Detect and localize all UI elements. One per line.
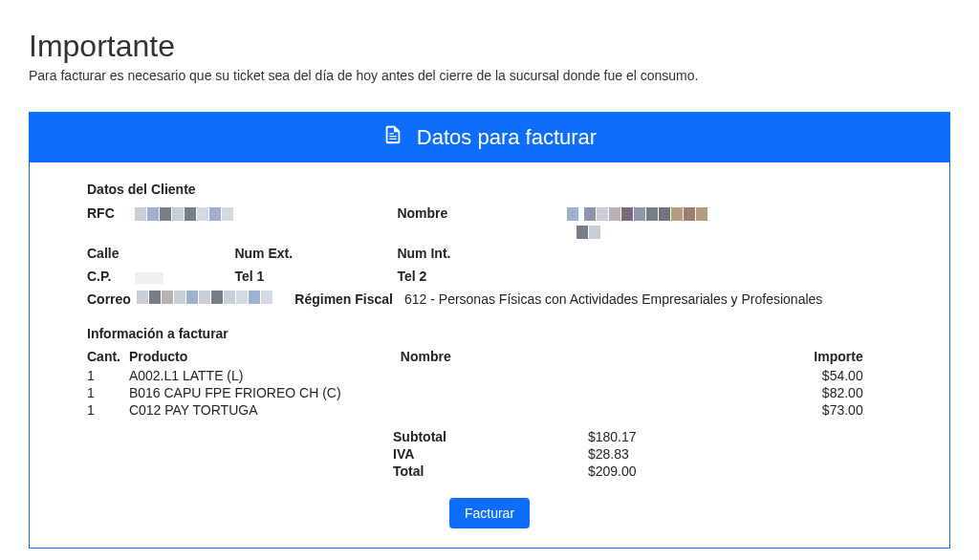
line-importe: $54.00 (596, 368, 863, 383)
line-producto: B016 CAPU FPE FRIOREO CH (C) (129, 385, 397, 400)
document-icon (382, 124, 403, 151)
line-cant: 1 (87, 402, 125, 418)
cp-label: C.P. (87, 269, 111, 284)
correo-label: Correo (87, 291, 131, 307)
page-subtitle: Para facturar es necesario que su ticket… (29, 68, 950, 83)
invoice-line: 1 B016 CAPU FPE FRIOREO CH (C) $82.00 (87, 385, 892, 400)
invoice-section: Información a facturar Cant. Producto No… (87, 326, 892, 528)
nombre-redacted (567, 207, 708, 221)
facturar-button[interactable]: Facturar (449, 498, 530, 528)
invoice-line: 1 C012 PAY TORTUGA $73.00 (87, 402, 892, 418)
total-value: $209.00 (588, 463, 637, 479)
page-title: Importante (29, 29, 950, 64)
client-data-grid: RFC Nombre (87, 205, 892, 307)
regimen-label: Régimen Fiscal (294, 291, 393, 307)
totals-block: Subtotal $180.17 IVA $28.83 Total $209.0… (87, 429, 892, 479)
tel2-label: Tel 2 (397, 269, 426, 284)
panel-header-text: Datos para facturar (417, 125, 597, 150)
numext-label: Num Ext. (234, 246, 293, 261)
rfc-label: RFC (87, 205, 125, 221)
nombre-redacted-2 (577, 226, 601, 239)
subtotal-label: Subtotal (393, 429, 584, 444)
header-producto: Producto (129, 349, 397, 364)
header-cant: Cant. (87, 349, 125, 364)
button-row: Facturar (87, 498, 892, 528)
subtotal-value: $180.17 (588, 429, 637, 444)
line-importe: $73.00 (596, 402, 863, 418)
line-importe: $82.00 (596, 385, 863, 400)
invoice-panel: Datos para facturar Datos del Cliente RF… (29, 112, 950, 549)
regimen-value: 612 - Personas Físicas con Actividades E… (404, 291, 822, 307)
numint-label: Num Int. (397, 246, 450, 261)
invoice-line: 1 A002.L1 LATTE (L) $54.00 (87, 368, 892, 383)
nombre-label: Nombre (397, 205, 447, 221)
line-producto: A002.L1 LATTE (L) (129, 368, 397, 383)
panel-body: Datos del Cliente RFC Nombre (30, 162, 949, 548)
header-importe: Importe (596, 349, 863, 364)
iva-label: IVA (393, 446, 584, 462)
tel1-label: Tel 1 (234, 269, 264, 284)
calle-label: Calle (87, 246, 119, 261)
panel-header: Datos para facturar (30, 113, 949, 162)
client-section-title: Datos del Cliente (87, 182, 892, 197)
total-label: Total (393, 463, 584, 479)
cp-redacted (135, 270, 164, 284)
line-producto: C012 PAY TORTUGA (129, 402, 397, 418)
line-cant: 1 (87, 368, 125, 383)
iva-value: $28.83 (588, 446, 629, 462)
rfc-redacted (135, 207, 234, 221)
invoice-section-title: Información a facturar (87, 326, 892, 341)
header-nombre: Nombre (401, 349, 592, 364)
correo-redacted (137, 291, 273, 304)
line-cant: 1 (87, 385, 125, 400)
invoice-headers: Cant. Producto Nombre Importe (87, 349, 892, 364)
